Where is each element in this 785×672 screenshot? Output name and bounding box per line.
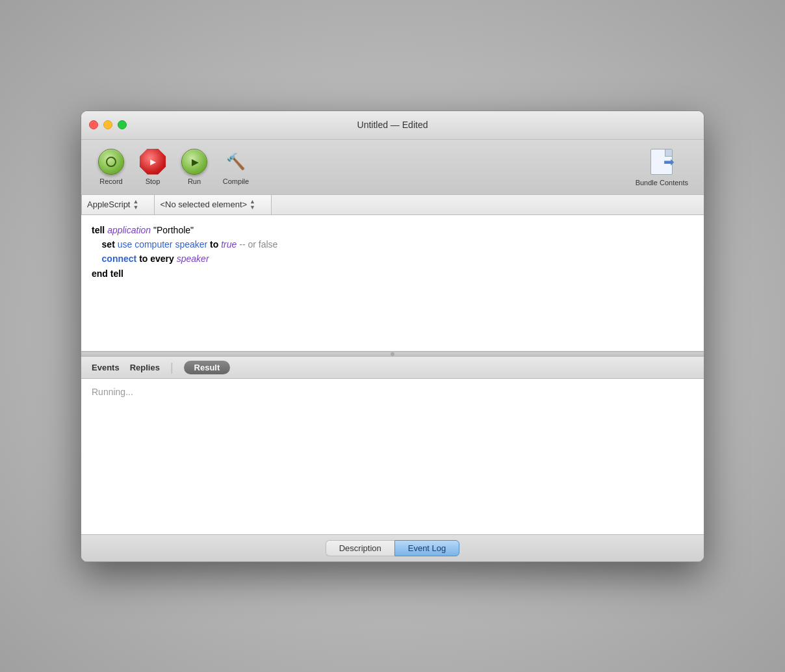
record-icon — [98, 149, 124, 175]
script-bar: AppleScript ▲▼ <No selected element> ▲▼ — [81, 195, 704, 215]
log-area: Running... — [81, 379, 704, 535]
window-controls — [89, 120, 127, 129]
bundle-contents-button[interactable]: ➡ Bundle Contents — [630, 145, 693, 189]
close-button[interactable] — [89, 120, 98, 129]
tab-replies[interactable]: Replies — [130, 363, 160, 372]
comment-or-false: -- or false — [237, 239, 277, 250]
divider-handle — [391, 352, 394, 356]
keyword-tell: tell — [92, 225, 105, 235]
hammer-icon: 🔨 — [223, 149, 249, 175]
code-line-4: end tell — [92, 266, 693, 281]
resize-divider[interactable] — [81, 352, 704, 357]
element-value: <No selected element> — [160, 200, 247, 209]
bundle-label: Bundle Contents — [636, 179, 688, 187]
language-arrows-icon: ▲▼ — [133, 199, 138, 211]
run-button[interactable]: Run — [175, 146, 214, 188]
code-line-2: set use computer speaker to true -- or f… — [92, 237, 693, 252]
language-select[interactable]: AppleScript ▲▼ — [81, 195, 155, 214]
stop-label: Stop — [146, 177, 161, 185]
var-use-computer-speaker: use computer speaker — [115, 239, 207, 250]
toolbar: Record Stop Run 🔨 Compile ➡ Bundle Conte… — [81, 140, 704, 195]
record-button[interactable]: Record — [92, 146, 131, 188]
tab-separator: | — [170, 361, 174, 374]
main-window: Untitled — Edited Record Stop Run 🔨 Comp… — [81, 110, 704, 562]
stop-icon — [140, 149, 166, 175]
event-log-button[interactable]: Event Log — [394, 540, 460, 556]
tab-result[interactable]: Result — [184, 361, 231, 374]
tab-events[interactable]: Events — [92, 363, 120, 372]
keyword-application: application — [107, 225, 151, 235]
keyword-to: to — [207, 239, 218, 250]
keyword-true: true — [218, 239, 237, 250]
language-value: AppleScript — [87, 200, 130, 209]
keyword-end-tell: end tell — [92, 268, 123, 279]
window-title: Untitled — Edited — [357, 120, 428, 130]
keyword-speaker: speaker — [174, 253, 209, 264]
element-select[interactable]: <No selected element> ▲▼ — [155, 195, 272, 214]
keyword-set: set — [102, 239, 115, 250]
stop-button[interactable]: Stop — [133, 146, 172, 188]
code-line-3: connect to every speaker — [92, 252, 693, 266]
record-label: Record — [99, 177, 122, 185]
bundle-doc-shape: ➡ — [650, 149, 673, 175]
code-editor[interactable]: tell application "Porthole" set use comp… — [81, 215, 704, 352]
log-header: Events Replies | Result — [81, 357, 704, 379]
maximize-button[interactable] — [118, 120, 127, 129]
keyword-to-2: to — [136, 253, 148, 264]
string-porthole: "Porthole" — [151, 225, 194, 235]
element-arrows-icon: ▲▼ — [250, 199, 255, 211]
minimize-button[interactable] — [103, 120, 112, 129]
bundle-icon: ➡ — [645, 148, 678, 176]
running-status: Running... — [92, 387, 133, 397]
code-line-1: tell application "Porthole" — [92, 223, 693, 237]
run-icon — [181, 149, 207, 175]
bottom-bar: Description Event Log — [81, 535, 704, 562]
compile-button[interactable]: 🔨 Compile — [216, 146, 255, 188]
run-label: Run — [188, 177, 201, 185]
keyword-connect: connect — [102, 253, 137, 264]
compile-label: Compile — [223, 177, 249, 185]
keyword-every: every — [148, 253, 174, 264]
bundle-arrow-icon: ➡ — [663, 154, 675, 170]
description-button[interactable]: Description — [326, 540, 394, 556]
titlebar: Untitled — Edited — [81, 111, 704, 140]
